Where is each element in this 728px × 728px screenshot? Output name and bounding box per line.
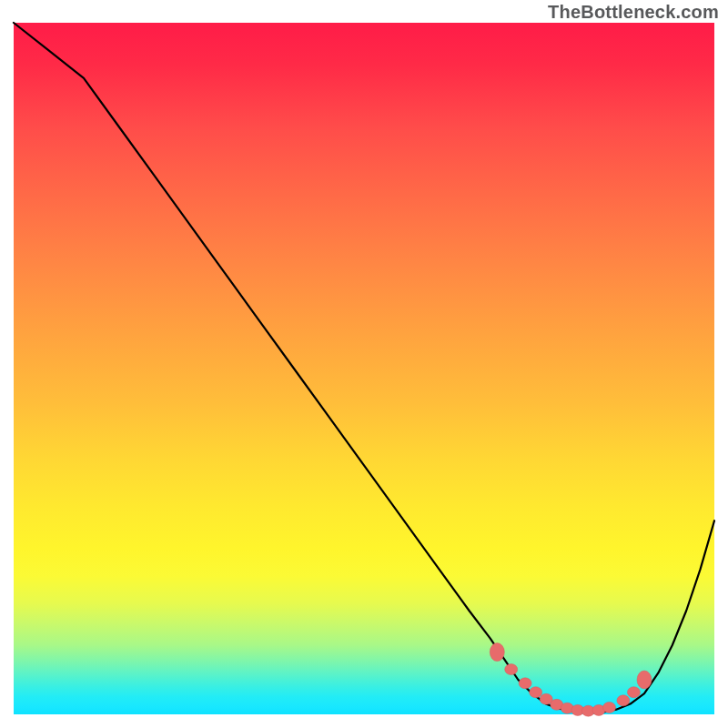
plot-area <box>14 23 714 714</box>
marker-dot <box>530 687 542 698</box>
marker-dot <box>519 678 531 689</box>
watermark-text: TheBottleneck.com <box>548 2 719 23</box>
marker-dot <box>637 671 652 689</box>
chart-stage: TheBottleneck.com <box>0 0 728 728</box>
marker-dot <box>627 687 640 698</box>
marker-dot <box>490 643 504 662</box>
marker-dot <box>603 702 616 713</box>
bottleneck-curve <box>14 23 714 713</box>
marker-dot <box>505 664 518 675</box>
marker-dot <box>617 695 630 706</box>
curve-layer <box>14 23 714 714</box>
